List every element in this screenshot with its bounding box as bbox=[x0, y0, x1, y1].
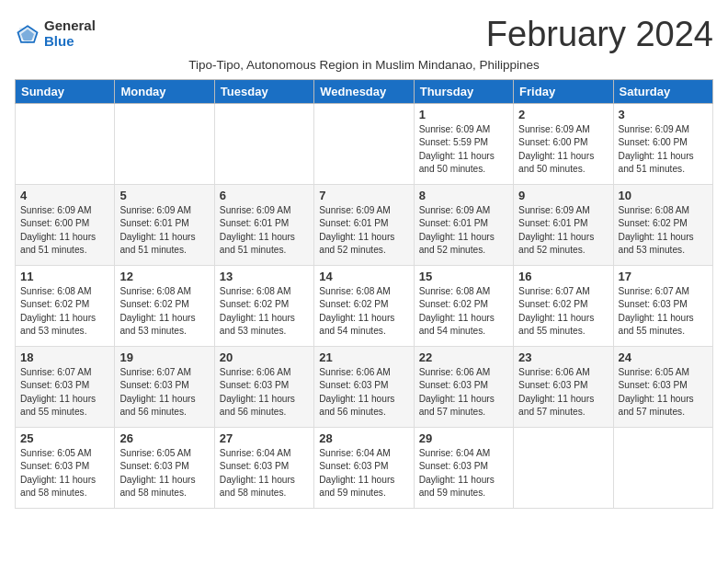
calendar-cell: 24Sunrise: 6:05 AM Sunset: 6:03 PM Dayli… bbox=[613, 347, 712, 428]
logo: General Blue bbox=[15, 18, 96, 49]
calendar-cell: 8Sunrise: 6:09 AM Sunset: 6:01 PM Daylig… bbox=[414, 185, 513, 266]
day-number: 12 bbox=[119, 270, 209, 283]
col-header-tuesday: Tuesday bbox=[214, 80, 313, 104]
day-number: 27 bbox=[220, 431, 309, 445]
calendar-cell: 17Sunrise: 6:07 AM Sunset: 6:03 PM Dayli… bbox=[613, 266, 712, 347]
day-number: 8 bbox=[419, 189, 508, 202]
cell-info: Sunrise: 6:08 AM Sunset: 6:02 PM Dayligh… bbox=[319, 285, 408, 338]
cell-info: Sunrise: 6:09 AM Sunset: 6:01 PM Dayligh… bbox=[518, 204, 608, 257]
calendar-cell bbox=[16, 104, 115, 185]
calendar-cell: 29Sunrise: 6:04 AM Sunset: 6:03 PM Dayli… bbox=[414, 428, 513, 509]
cell-info: Sunrise: 6:07 AM Sunset: 6:03 PM Dayligh… bbox=[619, 285, 708, 338]
calendar-body: 1Sunrise: 6:09 AM Sunset: 5:59 PM Daylig… bbox=[16, 104, 713, 509]
day-number: 6 bbox=[220, 189, 309, 202]
calendar-cell bbox=[214, 104, 313, 185]
day-number: 28 bbox=[319, 431, 408, 445]
cell-info: Sunrise: 6:05 AM Sunset: 6:03 PM Dayligh… bbox=[20, 447, 109, 500]
logo-icon bbox=[15, 21, 40, 47]
subtitle: Tipo-Tipo, Autonomous Region in Muslim M… bbox=[15, 58, 713, 72]
cell-info: Sunrise: 6:08 AM Sunset: 6:02 PM Dayligh… bbox=[419, 285, 508, 338]
calendar-cell: 21Sunrise: 6:06 AM Sunset: 6:03 PM Dayli… bbox=[314, 347, 414, 428]
day-number: 19 bbox=[119, 350, 209, 364]
cell-info: Sunrise: 6:08 AM Sunset: 6:02 PM Dayligh… bbox=[619, 204, 708, 257]
calendar-cell: 18Sunrise: 6:07 AM Sunset: 6:03 PM Dayli… bbox=[16, 347, 115, 428]
calendar-cell: 15Sunrise: 6:08 AM Sunset: 6:02 PM Dayli… bbox=[414, 266, 513, 347]
day-number: 26 bbox=[119, 431, 209, 445]
col-header-thursday: Thursday bbox=[414, 80, 513, 104]
calendar-cell: 9Sunrise: 6:09 AM Sunset: 6:01 PM Daylig… bbox=[514, 185, 613, 266]
day-number: 3 bbox=[619, 108, 708, 121]
cell-info: Sunrise: 6:07 AM Sunset: 6:03 PM Dayligh… bbox=[119, 366, 209, 419]
cell-info: Sunrise: 6:04 AM Sunset: 6:03 PM Dayligh… bbox=[220, 447, 309, 500]
col-header-sunday: Sunday bbox=[16, 80, 115, 104]
cell-info: Sunrise: 6:06 AM Sunset: 6:03 PM Dayligh… bbox=[518, 366, 608, 419]
day-number: 17 bbox=[619, 270, 708, 283]
cell-info: Sunrise: 6:06 AM Sunset: 6:03 PM Dayligh… bbox=[419, 366, 508, 419]
calendar-cell: 27Sunrise: 6:04 AM Sunset: 6:03 PM Dayli… bbox=[214, 428, 313, 509]
cell-info: Sunrise: 6:09 AM Sunset: 6:01 PM Dayligh… bbox=[119, 204, 209, 257]
calendar-cell: 7Sunrise: 6:09 AM Sunset: 6:01 PM Daylig… bbox=[314, 185, 414, 266]
day-number: 22 bbox=[419, 350, 508, 364]
calendar-table: SundayMondayTuesdayWednesdayThursdayFrid… bbox=[15, 79, 713, 509]
calendar-cell: 2Sunrise: 6:09 AM Sunset: 6:00 PM Daylig… bbox=[514, 104, 613, 185]
calendar-cell: 14Sunrise: 6:08 AM Sunset: 6:02 PM Dayli… bbox=[314, 266, 414, 347]
day-number: 2 bbox=[518, 108, 608, 121]
day-number: 10 bbox=[619, 189, 708, 202]
week-row-2: 4Sunrise: 6:09 AM Sunset: 6:00 PM Daylig… bbox=[16, 185, 713, 266]
cell-info: Sunrise: 6:09 AM Sunset: 6:01 PM Dayligh… bbox=[319, 204, 408, 257]
day-number: 25 bbox=[20, 431, 109, 445]
cell-info: Sunrise: 6:05 AM Sunset: 6:03 PM Dayligh… bbox=[119, 447, 209, 500]
day-number: 29 bbox=[419, 431, 508, 445]
cell-info: Sunrise: 6:09 AM Sunset: 5:59 PM Dayligh… bbox=[419, 123, 508, 176]
calendar-cell: 1Sunrise: 6:09 AM Sunset: 5:59 PM Daylig… bbox=[414, 104, 513, 185]
page-header: General Blue February 2024 bbox=[15, 15, 713, 54]
col-header-saturday: Saturday bbox=[613, 80, 712, 104]
header-row: SundayMondayTuesdayWednesdayThursdayFrid… bbox=[16, 80, 713, 104]
cell-info: Sunrise: 6:09 AM Sunset: 6:00 PM Dayligh… bbox=[619, 123, 708, 176]
day-number: 15 bbox=[419, 270, 508, 283]
week-row-1: 1Sunrise: 6:09 AM Sunset: 5:59 PM Daylig… bbox=[16, 104, 713, 185]
calendar-cell: 13Sunrise: 6:08 AM Sunset: 6:02 PM Dayli… bbox=[214, 266, 313, 347]
logo-text: General Blue bbox=[44, 18, 96, 49]
calendar-header: SundayMondayTuesdayWednesdayThursdayFrid… bbox=[16, 80, 713, 104]
calendar-cell: 25Sunrise: 6:05 AM Sunset: 6:03 PM Dayli… bbox=[16, 428, 115, 509]
cell-info: Sunrise: 6:08 AM Sunset: 6:02 PM Dayligh… bbox=[220, 285, 309, 338]
day-number: 21 bbox=[319, 350, 408, 364]
calendar-cell: 4Sunrise: 6:09 AM Sunset: 6:00 PM Daylig… bbox=[16, 185, 115, 266]
calendar-cell: 22Sunrise: 6:06 AM Sunset: 6:03 PM Dayli… bbox=[414, 347, 513, 428]
col-header-wednesday: Wednesday bbox=[314, 80, 414, 104]
logo-general: General bbox=[44, 18, 96, 34]
cell-info: Sunrise: 6:07 AM Sunset: 6:03 PM Dayligh… bbox=[20, 366, 109, 419]
day-number: 1 bbox=[419, 108, 508, 121]
cell-info: Sunrise: 6:09 AM Sunset: 6:00 PM Dayligh… bbox=[20, 204, 109, 257]
day-number: 7 bbox=[319, 189, 408, 202]
col-header-friday: Friday bbox=[514, 80, 613, 104]
cell-info: Sunrise: 6:08 AM Sunset: 6:02 PM Dayligh… bbox=[119, 285, 209, 338]
calendar-cell: 16Sunrise: 6:07 AM Sunset: 6:02 PM Dayli… bbox=[514, 266, 613, 347]
calendar-cell: 11Sunrise: 6:08 AM Sunset: 6:02 PM Dayli… bbox=[16, 266, 115, 347]
week-row-5: 25Sunrise: 6:05 AM Sunset: 6:03 PM Dayli… bbox=[16, 428, 713, 509]
day-number: 9 bbox=[518, 189, 608, 202]
day-number: 4 bbox=[20, 189, 109, 202]
calendar-cell: 12Sunrise: 6:08 AM Sunset: 6:02 PM Dayli… bbox=[115, 266, 214, 347]
cell-info: Sunrise: 6:09 AM Sunset: 6:01 PM Dayligh… bbox=[220, 204, 309, 257]
calendar-cell: 20Sunrise: 6:06 AM Sunset: 6:03 PM Dayli… bbox=[214, 347, 313, 428]
cell-info: Sunrise: 6:09 AM Sunset: 6:00 PM Dayligh… bbox=[518, 123, 608, 176]
cell-info: Sunrise: 6:08 AM Sunset: 6:02 PM Dayligh… bbox=[20, 285, 109, 338]
week-row-3: 11Sunrise: 6:08 AM Sunset: 6:02 PM Dayli… bbox=[16, 266, 713, 347]
calendar-cell: 10Sunrise: 6:08 AM Sunset: 6:02 PM Dayli… bbox=[613, 185, 712, 266]
day-number: 14 bbox=[319, 270, 408, 283]
calendar-cell: 23Sunrise: 6:06 AM Sunset: 6:03 PM Dayli… bbox=[514, 347, 613, 428]
cell-info: Sunrise: 6:06 AM Sunset: 6:03 PM Dayligh… bbox=[319, 366, 408, 419]
calendar-cell: 28Sunrise: 6:04 AM Sunset: 6:03 PM Dayli… bbox=[314, 428, 414, 509]
cell-info: Sunrise: 6:04 AM Sunset: 6:03 PM Dayligh… bbox=[419, 447, 508, 500]
calendar-cell: 26Sunrise: 6:05 AM Sunset: 6:03 PM Dayli… bbox=[115, 428, 214, 509]
calendar-cell: 6Sunrise: 6:09 AM Sunset: 6:01 PM Daylig… bbox=[214, 185, 313, 266]
col-header-monday: Monday bbox=[115, 80, 214, 104]
day-number: 5 bbox=[119, 189, 209, 202]
day-number: 23 bbox=[518, 350, 608, 364]
week-row-4: 18Sunrise: 6:07 AM Sunset: 6:03 PM Dayli… bbox=[16, 347, 713, 428]
cell-info: Sunrise: 6:05 AM Sunset: 6:03 PM Dayligh… bbox=[619, 366, 708, 419]
calendar-cell bbox=[613, 428, 712, 509]
cell-info: Sunrise: 6:04 AM Sunset: 6:03 PM Dayligh… bbox=[319, 447, 408, 500]
